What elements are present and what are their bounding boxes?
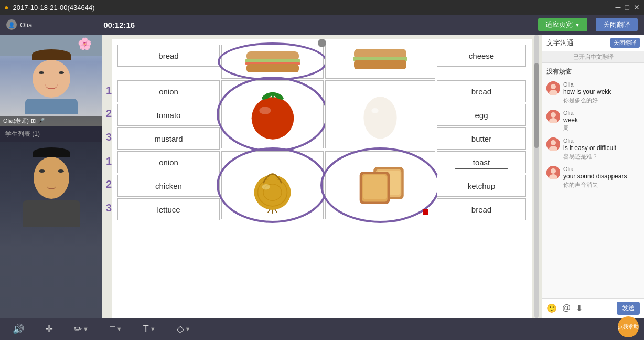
svg-point-15 (371, 108, 378, 113)
teacher-video: 🌸 (0, 35, 102, 126)
word-cell-cheese: cheese (437, 45, 526, 67)
user-icon: 👤 (6, 19, 17, 30)
scroll-thumb[interactable] (534, 63, 539, 148)
window-title: 2017-10-18-21-00(434644) (13, 4, 94, 12)
text-arrow-icon: ▼ (150, 326, 156, 332)
content-area: 🌸 (0, 35, 644, 318)
avatar (546, 81, 560, 95)
image-cell-onion (221, 151, 324, 219)
word-cell-onion2: onion (117, 151, 220, 173)
app-body: 👤 Olia 00:12:16 适应页宽 ▼ 关闭翻译 🌸 (0, 15, 644, 340)
chat-panel: 文字沟通 关闭翻译 已开启中文翻译 没有烦恼 (542, 35, 644, 318)
left-panel: 🌸 (0, 35, 102, 318)
text-tool[interactable]: T ▼ (139, 322, 160, 337)
user-info: 👤 Olia (6, 19, 32, 30)
word-cell-butter: butter (437, 128, 526, 150)
avatar (546, 137, 560, 151)
pen-icon: ✏ (74, 323, 82, 335)
word-cell-egg: egg (437, 104, 526, 126)
title-bar: ● 2017-10-18-21-00(434644) ─ □ ✕ (0, 0, 644, 15)
main-canvas[interactable]: bread (102, 35, 542, 318)
svg-point-14 (363, 97, 396, 139)
annotation-number-3: 3 (106, 131, 112, 143)
word-cell-toast: toast (437, 151, 526, 173)
close-translate-chat-button[interactable]: 关闭翻译 (610, 38, 640, 48)
svg-point-13 (269, 92, 276, 96)
word-cell-chicken: chicken (117, 175, 220, 197)
svg-point-9 (259, 107, 271, 114)
svg-point-39 (551, 168, 556, 174)
annotation-number-1b: 1 (106, 155, 112, 167)
close-button[interactable]: ✕ (634, 3, 640, 12)
eraser-tool[interactable]: ◇ ▼ (173, 321, 195, 337)
word-cell-mustard: mustard (117, 128, 220, 150)
message-item: Olia is it easy or difficult 容易还是难？ (546, 137, 640, 161)
maximize-button[interactable]: □ (625, 3, 629, 12)
word-cell-bread-top: bread (117, 45, 220, 67)
send-button[interactable]: 发送 (617, 302, 640, 315)
image-cell-empty-top (325, 45, 435, 79)
emoji-icon[interactable]: 🙂 (546, 303, 557, 313)
mic-icon: 🎤 (38, 118, 45, 124)
chat-messages: 没有烦恼 Olia how is your wekk 你是多么的 (542, 63, 644, 298)
user-name: Olia (20, 21, 32, 29)
pen-tool[interactable]: ✏ ▼ (70, 321, 93, 337)
svg-point-36 (551, 140, 556, 145)
scroll-indicator (318, 39, 326, 47)
text-icon: T (143, 324, 149, 335)
message-item: 没有烦恼 (546, 67, 640, 76)
help-button[interactable]: 点我求助 (618, 316, 639, 337)
mention-icon[interactable]: @ (562, 303, 571, 313)
eraser-arrow-icon: ▼ (185, 326, 191, 332)
svg-rect-28 (363, 175, 386, 199)
fit-width-button[interactable]: 适应页宽 ▼ (538, 18, 587, 31)
word-cell-bread-right: bread (437, 80, 526, 102)
chat-title: 文字沟通 (546, 38, 608, 48)
volume-icon: 🔊 (13, 323, 24, 335)
message-item: Olia week 周 (546, 110, 640, 133)
red-dot (423, 209, 428, 215)
chat-bottom: 🙂 @ ⬇ 发送 (542, 298, 644, 318)
volume-tool[interactable]: 🔊 (8, 321, 28, 337)
message-item: Olia how is your wekk 你是多么的好 (546, 81, 640, 104)
fit-width-label: 适应页宽 (545, 20, 573, 29)
close-translate-label: 关闭翻译 (603, 20, 630, 28)
shape-tool[interactable]: □ ▼ (105, 322, 126, 337)
image-cell-toast (325, 151, 435, 219)
window-controls[interactable]: ─ □ ✕ (616, 3, 640, 12)
minimize-button[interactable]: ─ (616, 3, 621, 12)
help-label: 点我求助 (618, 323, 639, 331)
svg-point-22 (262, 184, 270, 189)
word-cell-tomato: tomato (117, 104, 220, 126)
svg-point-7 (251, 97, 294, 140)
timer-display: 00:12:16 (103, 20, 135, 29)
annotation-number-3b: 3 (106, 202, 112, 214)
teacher-label: Olia(老师) ⊞ 🎤 (0, 116, 102, 126)
chat-icons: 🙂 @ ⬇ (546, 303, 583, 313)
annotation-number-2b: 2 (106, 178, 112, 190)
message-item: Olia your sound disappears 你的声音消失 (546, 166, 640, 189)
worksheet: bread (112, 39, 532, 318)
shape-icon: □ (110, 324, 115, 335)
download-icon[interactable]: ⬇ (576, 303, 583, 313)
annotation-number-1: 1 (106, 84, 112, 97)
svg-rect-3 (246, 64, 299, 72)
pan-tool[interactable]: ✛ (41, 321, 57, 337)
word-cell-bread-bottom: bread (437, 198, 526, 220)
top-bar: 👤 Olia 00:12:16 适应页宽 ▼ 关闭翻译 (0, 15, 644, 35)
annotation-number-2: 2 (106, 108, 112, 120)
app-icon: ● (4, 3, 8, 12)
eraser-icon: ◇ (177, 323, 184, 335)
svg-point-33 (551, 112, 556, 118)
svg-point-30 (551, 84, 556, 89)
word-cell-onion1: onion (117, 80, 220, 102)
pen-arrow-icon: ▼ (83, 326, 89, 332)
close-translate-button[interactable]: 关闭翻译 (596, 18, 638, 31)
image-cell-egg (325, 80, 435, 148)
svg-rect-6 (354, 60, 406, 69)
teacher-name-label: Olia(老师) (3, 117, 29, 125)
bottom-toolbar: 🔊 ✛ ✏ ▼ □ ▼ T ▼ ◇ ▼ 点我求助 (0, 318, 644, 340)
word-cell-ketchup: ketchup (437, 175, 526, 197)
shape-arrow-icon: ▼ (116, 326, 122, 332)
image-cell-sandwich (221, 45, 324, 79)
